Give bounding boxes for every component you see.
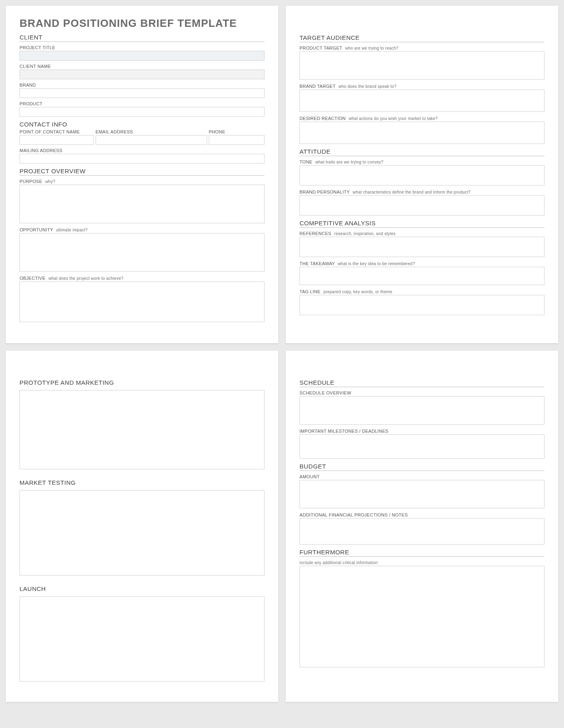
top-margin-spacer <box>299 17 544 30</box>
input-poc[interactable] <box>20 135 94 145</box>
section-client: CLIENT <box>20 34 265 42</box>
label-objective-text: OBJECTIVE <box>20 276 46 281</box>
input-project-title[interactable] <box>20 51 265 61</box>
label-purpose-text: PURPOSE <box>20 179 42 184</box>
hint-objective: what does the project work to achieve? <box>48 276 123 281</box>
hint-tagline: prepared copy, key words, or theme <box>324 290 392 294</box>
label-amount: AMOUNT <box>299 474 544 479</box>
hint-desired-reaction: what actions do you wish your market to … <box>349 116 438 121</box>
input-prototype-marketing[interactable] <box>20 390 265 469</box>
label-client-name: CLIENT NAME <box>20 64 265 69</box>
section-prototype-marketing: PROTOTYPE AND MARKETING <box>20 379 265 387</box>
label-financial-notes: ADDITIONAL FINANCIAL PROJECTIONS / NOTES <box>299 512 544 517</box>
label-takeaway: THE TAKEAWAY what is the key idea to be … <box>299 261 544 266</box>
input-tone[interactable] <box>299 165 544 185</box>
document-title: BRAND POSITIONING BRIEF TEMPLATE <box>20 17 265 30</box>
label-purpose: PURPOSE why? <box>20 179 265 184</box>
hint-furthermore: include any additional critical informat… <box>299 560 378 565</box>
label-desired-reaction-text: DESIRED REACTION <box>299 116 346 121</box>
hint-tone: what traits are we trying to convey? <box>315 160 384 164</box>
label-schedule-overview: SCHEDULE OVERVIEW <box>299 390 544 395</box>
label-product-target-text: PRODUCT TARGET <box>299 46 342 50</box>
label-references: REFERENCES research, inspiration, and st… <box>299 231 544 236</box>
input-brand-target[interactable] <box>299 89 544 112</box>
section-overview: PROJECT OVERVIEW <box>20 168 265 176</box>
section-furthermore: FURTHERMORE <box>299 549 544 557</box>
label-brand-target: BRAND TARGET who does the brand speak to… <box>299 84 544 89</box>
input-tagline[interactable] <box>299 295 544 315</box>
label-tone: TONE what traits are we trying to convey… <box>299 159 544 164</box>
section-attitude: ATTITUDE <box>299 148 544 156</box>
hint-brand-target: who does the brand speak to? <box>339 84 396 89</box>
label-references-text: REFERENCES <box>299 231 331 236</box>
hint-references: research, inspiration, and styles <box>334 231 396 236</box>
input-mailing[interactable] <box>20 154 265 163</box>
input-phone[interactable] <box>209 135 265 145</box>
label-phone: PHONE <box>209 129 265 134</box>
label-product-target: PRODUCT TARGET who are we trying to reac… <box>299 46 544 50</box>
label-objective: OBJECTIVE what does the project work to … <box>20 276 265 281</box>
hint-brand-personality: what characteristics define the brand an… <box>353 190 471 194</box>
input-financial-notes[interactable] <box>299 518 544 545</box>
page-1-right: TARGET AUDIENCE PRODUCT TARGET who are w… <box>286 6 558 343</box>
label-email: EMAIL ADDRESS <box>96 129 207 134</box>
input-launch[interactable] <box>20 596 265 682</box>
input-amount[interactable] <box>299 480 544 508</box>
page-2-right: SCHEDULE SCHEDULE OVERVIEW IMPORTANT MIL… <box>286 351 558 702</box>
label-tone-text: TONE <box>299 159 313 164</box>
section-audience: TARGET AUDIENCE <box>299 34 544 42</box>
input-furthermore[interactable] <box>299 566 544 667</box>
label-brand-personality-text: BRAND PERSONALITY <box>299 190 350 194</box>
section-budget: BUDGET <box>299 463 544 471</box>
section-schedule: SCHEDULE <box>299 379 544 387</box>
label-product: PRODUCT <box>20 101 265 106</box>
input-email[interactable] <box>96 135 207 145</box>
page-1-left: BRAND POSITIONING BRIEF TEMPLATE CLIENT … <box>6 6 278 343</box>
input-brand[interactable] <box>20 88 265 98</box>
input-opportunity[interactable] <box>20 233 265 272</box>
input-schedule-overview[interactable] <box>299 396 544 425</box>
label-project-title: PROJECT TITLE <box>20 45 265 50</box>
input-milestones[interactable] <box>299 434 544 459</box>
page-2-left: PROTOTYPE AND MARKETING MARKET TESTING L… <box>6 351 278 702</box>
label-desired-reaction: DESIRED REACTION what actions do you wis… <box>299 116 544 121</box>
section-market-testing: MARKET TESTING <box>20 479 265 487</box>
input-references[interactable] <box>299 237 544 257</box>
input-desired-reaction[interactable] <box>299 122 544 144</box>
input-product[interactable] <box>20 107 265 117</box>
input-product-target[interactable] <box>299 51 544 80</box>
label-tagline-text: TAG LINE <box>299 289 321 294</box>
label-poc: POINT OF CONTACT NAME <box>20 129 94 134</box>
label-tagline: TAG LINE prepared copy, key words, or th… <box>299 289 544 294</box>
input-market-testing[interactable] <box>20 490 265 575</box>
label-opportunity: OPPORTUNITY ultimate impact? <box>20 227 265 232</box>
top-margin-spacer-2l <box>20 362 265 375</box>
document-canvas: BRAND POSITIONING BRIEF TEMPLATE CLIENT … <box>0 0 564 708</box>
label-opportunity-text: OPPORTUNITY <box>20 227 53 232</box>
hint-takeaway: what is the key idea to be remembered? <box>338 262 415 266</box>
input-client-name[interactable] <box>20 70 265 79</box>
label-takeaway-text: THE TAKEAWAY <box>299 261 335 266</box>
label-mailing: MAILING ADDRESS <box>20 148 265 153</box>
input-purpose[interactable] <box>20 185 265 223</box>
top-margin-spacer-2r <box>299 362 544 375</box>
label-brand: BRAND <box>20 83 265 87</box>
section-contact: CONTACT INFO <box>20 121 265 129</box>
input-brand-personality[interactable] <box>299 195 544 216</box>
input-takeaway[interactable] <box>299 267 544 285</box>
input-objective[interactable] <box>20 281 265 322</box>
label-brand-personality: BRAND PERSONALITY what characteristics d… <box>299 190 544 194</box>
label-milestones: IMPORTANT MILESTONES / DEADLINES <box>299 429 544 434</box>
hint-opportunity: ultimate impact? <box>56 228 88 232</box>
hint-purpose: why? <box>45 179 55 184</box>
label-brand-target-text: BRAND TARGET <box>299 84 336 89</box>
label-furthermore-hint: include any additional critical informat… <box>299 560 544 565</box>
section-launch: LAUNCH <box>20 585 265 593</box>
section-competitive: COMPETITIVE ANALYSIS <box>299 220 544 228</box>
hint-product-target: who are we trying to reach? <box>345 46 398 50</box>
